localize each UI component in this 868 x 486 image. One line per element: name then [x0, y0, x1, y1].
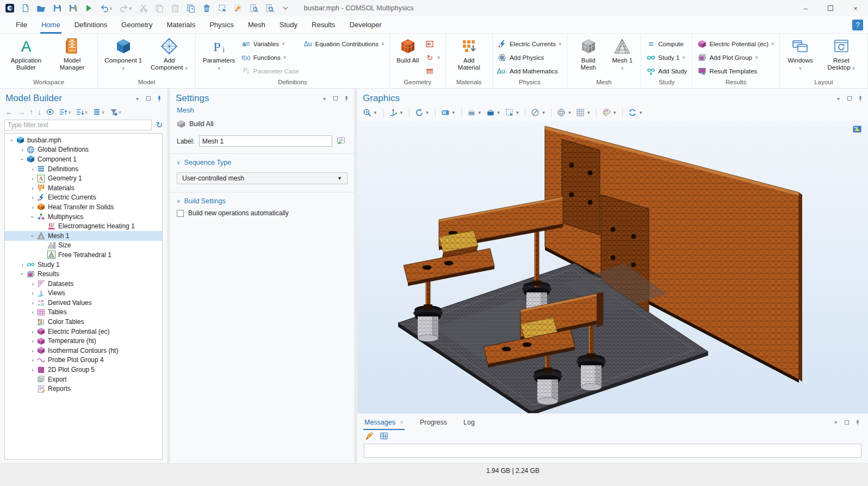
float-panel-icon[interactable] [332, 95, 339, 102]
forward-button[interactable]: → [17, 108, 25, 116]
tree-item-size[interactable]: Size [5, 241, 162, 251]
open-button[interactable] [37, 4, 46, 13]
tree-collapse-arrow[interactable]: › [29, 213, 36, 221]
tree-item-global-definitions[interactable]: ›Global Definitions [5, 145, 162, 155]
partition-button[interactable] [425, 64, 441, 78]
tree-collapse-arrow[interactable]: › [19, 270, 26, 278]
tree-expand-arrow[interactable]: › [29, 290, 36, 296]
select-box-button[interactable] [218, 4, 227, 13]
tree-item-free-tetrahedral-1[interactable]: Free Tetrahedral 1 [5, 250, 162, 260]
tree-item-definitions[interactable]: ›Definitions [5, 164, 162, 174]
menu-home[interactable]: Home [34, 16, 67, 34]
component-1-button[interactable]: Component 1 ∨ [101, 35, 146, 72]
clear-selection-button[interactable] [234, 4, 243, 13]
tree-expand-arrow[interactable]: › [29, 328, 36, 335]
tree-expand-arrow[interactable]: › [29, 281, 36, 287]
tree-item-derived-values[interactable]: ›8.85e-12Derived Values [5, 298, 162, 308]
color-palette-button[interactable]: ▼ [602, 108, 617, 117]
rotate-view-button[interactable]: ▼ [415, 108, 430, 117]
tree-item-isothermal-contours-ht[interactable]: ›Isothermal Contours (ht) [5, 346, 162, 356]
tree-item-mesh-1[interactable]: ›Mesh 1 [5, 231, 162, 241]
help-button[interactable]: ? [852, 20, 863, 30]
down-button[interactable]: ↓ [38, 108, 41, 116]
up-button[interactable]: ↑ [29, 108, 33, 116]
tree-item-heat-transfer-in-solids[interactable]: ›Heat Transfer in Solids [5, 202, 162, 212]
tree-item-multiphysics[interactable]: ›Multiphysics [5, 212, 162, 222]
float-panel-icon[interactable] [846, 95, 853, 102]
pin-panel-icon[interactable] [343, 95, 350, 102]
electric-currents-button[interactable]: Electric Currents∨ [498, 37, 562, 51]
functions-button[interactable]: f(x)Functions∨ [241, 51, 299, 64]
reset-desktop-button[interactable]: Reset Desktop ∨ [818, 35, 865, 72]
application-builder-button[interactable]: AApplication Builder [3, 35, 49, 71]
cut-button[interactable] [139, 4, 148, 13]
add-study-button[interactable]: Add Study [646, 64, 687, 78]
tree-collapse-arrow[interactable]: › [19, 155, 26, 163]
tree-item-electromagnetic-heating-1[interactable]: Electromagnetic Heating 1 [5, 221, 162, 231]
pin-panel-icon[interactable] [857, 95, 864, 102]
paste-button[interactable] [171, 4, 179, 13]
pin-panel-icon[interactable] [156, 95, 163, 102]
add-component-button[interactable]: Add Component ∨ [146, 35, 193, 72]
menu-developer[interactable]: Developer [342, 16, 388, 34]
collapse-list-button[interactable]: ∨ [76, 108, 88, 116]
compute-button[interactable]: =Compute [646, 37, 687, 51]
minimize-button[interactable]: – [793, 0, 818, 16]
mesh-label-input[interactable] [199, 135, 332, 147]
undo-button[interactable]: ∨ [100, 4, 113, 13]
panel-menu-icon[interactable]: ▾ [321, 95, 328, 102]
delete-button[interactable] [202, 4, 211, 13]
expand-list-button[interactable]: ∨ [59, 108, 71, 116]
find-button[interactable] [250, 4, 258, 13]
tree-item-reports[interactable]: Reports [5, 384, 162, 394]
run-button[interactable] [84, 4, 93, 13]
tree-expand-arrow[interactable]: › [29, 185, 36, 191]
menu-geometry[interactable]: Geometry [114, 16, 159, 34]
add-plot-group-button[interactable]: Add Plot Group∨ [697, 51, 774, 64]
tree-expand-arrow[interactable]: › [29, 338, 36, 344]
menu-mesh[interactable]: Mesh [241, 16, 272, 34]
windows-button[interactable]: Windows ∨ [783, 35, 818, 72]
build-mesh-button[interactable]: Build Mesh [570, 35, 607, 71]
tree-item-color-tables[interactable]: Color Tables [5, 317, 162, 327]
zoom-button[interactable]: ▼ [363, 108, 377, 117]
model-manager-button[interactable]: Model Manager [49, 35, 95, 71]
tree-expand-arrow[interactable]: › [29, 366, 36, 373]
refresh-icon[interactable]: ↻ [156, 120, 163, 130]
build-all-button[interactable]: Build All [170, 118, 354, 134]
tree-item-datasets[interactable]: ›Datasets [5, 279, 162, 289]
study-1-button[interactable]: Study 1∨ [646, 51, 687, 64]
environment-button[interactable]: ▼ [486, 108, 501, 117]
close-tab-icon[interactable]: × [400, 419, 404, 426]
tree-expand-arrow[interactable]: › [18, 261, 26, 268]
menu-results[interactable]: Results [305, 16, 342, 34]
tree-expand-arrow[interactable]: › [29, 309, 36, 315]
build-all-button[interactable]: Build All [393, 35, 423, 64]
graphics-canvas[interactable] [357, 121, 868, 413]
filter-button[interactable]: ∨ [109, 108, 122, 116]
tab-messages[interactable]: Messages× [364, 414, 404, 430]
open-in-table-button[interactable] [380, 432, 388, 440]
panel-menu-icon[interactable]: ▾ [134, 95, 141, 102]
deselect-button[interactable]: ▼ [531, 108, 545, 117]
tree-item-2d-plot-group-5[interactable]: ›2D Plot Group 5 [5, 365, 162, 375]
equation-contributions-button[interactable]: ΔuEquation Contributions∨ [303, 37, 385, 51]
back-button[interactable]: ← [5, 108, 13, 116]
result-templates-button[interactable]: Result Templates [697, 64, 774, 78]
menu-materials[interactable]: Materials [159, 16, 202, 34]
build-settings-header[interactable]: ∨ Build Settings [177, 197, 348, 205]
redo-button[interactable]: ∨ [120, 4, 132, 13]
tree-expand-arrow[interactable]: › [29, 347, 36, 354]
tree-item-electric-potential-ec[interactable]: ›Electric Potential (ec) [5, 327, 162, 337]
new-file-button[interactable] [21, 4, 30, 13]
tree-item-materials[interactable]: ›Materials [5, 183, 162, 193]
tree-expand-arrow[interactable]: › [18, 146, 26, 153]
tree-item-component-1[interactable]: ›Component 1 [5, 154, 162, 164]
mesh-1-button[interactable]: Mesh 1 ∨ [606, 35, 638, 72]
menu-file[interactable]: File [9, 16, 34, 34]
wireframe-sphere-button[interactable]: ▼ [557, 108, 572, 117]
tree-expand-arrow[interactable]: › [29, 300, 36, 306]
float-panel-icon[interactable] [843, 419, 850, 426]
tab-progress[interactable]: Progress [420, 414, 447, 430]
tree-item-tables[interactable]: ›Tables [5, 308, 162, 317]
